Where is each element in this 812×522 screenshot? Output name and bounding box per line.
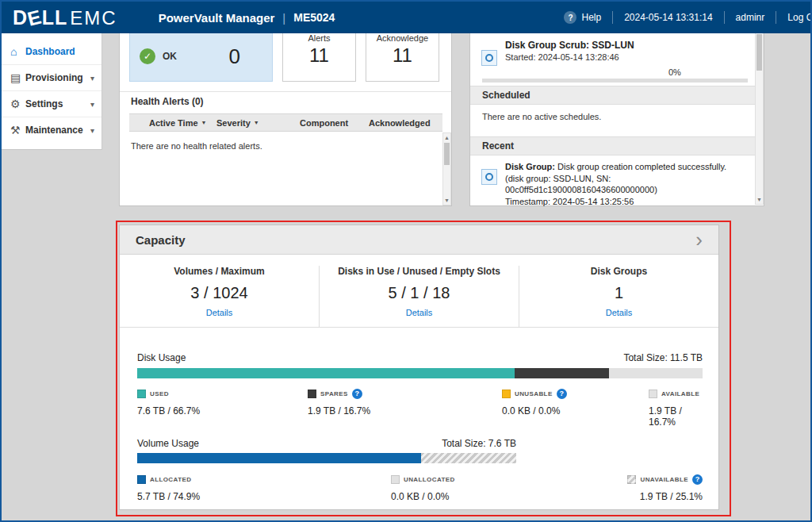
sidebar-item-dashboard[interactable]: ⌂ Dashboard	[2, 38, 102, 64]
scrollbar-thumb[interactable]	[756, 34, 762, 71]
acknowledge-label: Acknowledge	[377, 33, 428, 43]
sidebar-item-maintenance[interactable]: ⚒ Maintenance ▾	[2, 117, 102, 143]
scheduled-section-header: Scheduled	[470, 86, 764, 105]
column-component[interactable]: Component	[300, 118, 369, 128]
ok-status-tile[interactable]: ✓ OK 0	[129, 31, 273, 82]
gear-icon: ⚙	[10, 98, 25, 110]
legend-label: UNAVAILABLE	[640, 476, 688, 483]
legend-unavailable: UNAVAILABLE ? 1.9 TB / 25.1%	[627, 474, 703, 502]
scrub-progress-percent: 0%	[668, 67, 681, 77]
disks-details-link[interactable]: Details	[406, 308, 433, 317]
recent-item-timestamp: Timestamp: 2024-05-14 13:25:56	[505, 196, 740, 208]
username-menu[interactable]: adminr	[736, 12, 765, 23]
health-alerts-scrollbar[interactable]: ▲ ▼	[442, 132, 451, 205]
header-actions: ? Help 2024-05-14 13:31:14 adminr Log Ou…	[564, 11, 810, 24]
unallocated-swatch	[391, 475, 400, 484]
stat-disks-in-use: Disks in Use / Unused / Empty Slots 5 / …	[319, 266, 519, 327]
chevron-down-icon: ▾	[90, 100, 94, 109]
allocated-swatch	[137, 475, 146, 484]
activity-scrollbar[interactable]: ▲ ▼	[755, 23, 764, 205]
stat-value: 1	[519, 284, 718, 302]
wrench-icon: ⚒	[10, 124, 25, 136]
app-header: DELL EMC PowerVault Manager | ME5024 ? H…	[2, 2, 810, 33]
legend-value: 1.9 TB / 16.7%	[308, 405, 370, 416]
scrub-progress-bar	[482, 79, 748, 83]
alerts-tile[interactable]: Alerts 11	[282, 31, 356, 82]
dell-wordmark: DELL	[13, 6, 67, 29]
column-severity[interactable]: Severity▼	[216, 118, 300, 128]
sidebar-item-provisioning[interactable]: ▤ Provisioning ▾	[2, 64, 102, 90]
stat-value: 5 / 1 / 18	[320, 284, 519, 302]
legend-label: UNALLOCATED	[404, 476, 455, 483]
unavailable-help-icon[interactable]: ?	[692, 474, 703, 485]
sidebar-item-label: Maintenance	[25, 125, 83, 136]
capacity-header: Capacity ›	[120, 225, 718, 255]
available-segment	[609, 368, 703, 378]
disk-group-scrub-icon	[481, 50, 497, 66]
sidebar-item-label: Settings	[25, 98, 63, 109]
disc-glyph	[485, 54, 493, 62]
datetime-display: 2024-05-14 13:31:14	[624, 12, 712, 23]
column-active-time[interactable]: Active Time▼	[149, 118, 216, 128]
legend-value: 5.7 TB / 74.9%	[137, 491, 200, 502]
disk-usage-bar	[137, 368, 703, 378]
legend-label: ALLOCATED	[150, 476, 191, 483]
scroll-down-icon[interactable]: ▼	[443, 196, 450, 205]
scheduled-empty-message: There are no active schedules.	[482, 112, 601, 121]
title-divider: |	[282, 11, 285, 25]
recent-activity-item: Disk Group: Disk group creation complete…	[505, 161, 740, 207]
header-separator	[776, 11, 776, 24]
stat-label: Disk Groups	[519, 266, 718, 277]
recent-item-type: Disk Group:	[505, 162, 555, 171]
legend-unusable: UNUSABLE ? 0.0 KB / 0.0%	[502, 389, 567, 416]
column-acknowledged[interactable]: Acknowledged	[369, 118, 431, 128]
help-link[interactable]: Help	[581, 12, 601, 23]
scroll-down-icon[interactable]: ▼	[756, 195, 763, 204]
logout-button[interactable]: Log Out	[787, 12, 810, 23]
dell-emc-logo: DELL EMC	[2, 6, 130, 29]
scrub-task-title: Disk Group Scrub: SSD-LUN	[505, 40, 634, 51]
unavailable-swatch	[627, 475, 636, 484]
legend-available: AVAILABLE 1.9 TB / 16.7%	[649, 389, 703, 428]
spares-help-icon[interactable]: ?	[352, 389, 362, 399]
volumes-details-link[interactable]: Details	[206, 308, 233, 317]
app-title: PowerVault Manager	[159, 11, 275, 25]
acknowledge-tile[interactable]: Acknowledge 11	[366, 31, 439, 82]
home-icon: ⌂	[10, 45, 25, 58]
available-swatch	[649, 390, 657, 398]
legend-value: 1.9 TB / 25.1%	[627, 491, 703, 502]
stat-disk-groups: Disk Groups 1 Details	[519, 266, 718, 327]
system-name: ME5024	[293, 11, 335, 24]
volume-usage-bar	[137, 453, 516, 463]
ok-label: OK	[163, 51, 177, 62]
sidebar-item-label: Provisioning	[25, 72, 83, 83]
alerts-label: Alerts	[308, 33, 330, 43]
legend-label: USED	[150, 390, 169, 397]
health-alerts-title: Health Alerts (0)	[131, 96, 204, 107]
unusable-help-icon[interactable]: ?	[557, 389, 567, 399]
stat-volumes-maximum: Volumes / Maximum 3 / 1024 Details	[120, 266, 319, 327]
storage-icon: ▤	[10, 71, 25, 84]
check-circle-icon: ✓	[140, 48, 155, 64]
scrollbar-thumb[interactable]	[444, 143, 450, 165]
used-swatch	[137, 390, 146, 398]
legend-unallocated: UNALLOCATED 0.0 KB / 0.0%	[391, 474, 455, 502]
unavailable-segment	[421, 453, 516, 463]
acknowledge-count: 11	[393, 44, 412, 67]
alerts-panel: ✓ OK 0 Alerts 11 Acknowledge 11 Health A…	[119, 11, 452, 206]
legend-spares: SPARES ? 1.9 TB / 16.7%	[308, 389, 370, 416]
powervault-manager-screen: DELL EMC PowerVault Manager | ME5024 ? H…	[0, 0, 812, 522]
legend-value: 0.0 KB / 0.0%	[502, 405, 567, 416]
sidebar-item-label: Dashboard	[25, 46, 75, 57]
scroll-up-icon[interactable]: ▲	[443, 133, 450, 142]
help-icon[interactable]: ?	[564, 11, 576, 24]
allocated-segment	[137, 453, 421, 463]
legend-value: 1.9 TB / 16.7%	[649, 405, 703, 428]
sidebar-item-settings[interactable]: ⚙ Settings ▾	[2, 90, 102, 117]
volume-usage-total: Total Size: 7.6 TB	[137, 438, 516, 449]
disk-groups-details-link[interactable]: Details	[606, 308, 633, 317]
legend-label: SPARES	[320, 390, 348, 397]
recent-section-header: Recent	[470, 136, 764, 155]
spares-swatch	[308, 390, 316, 398]
expand-chevron-icon[interactable]: ›	[695, 232, 703, 248]
